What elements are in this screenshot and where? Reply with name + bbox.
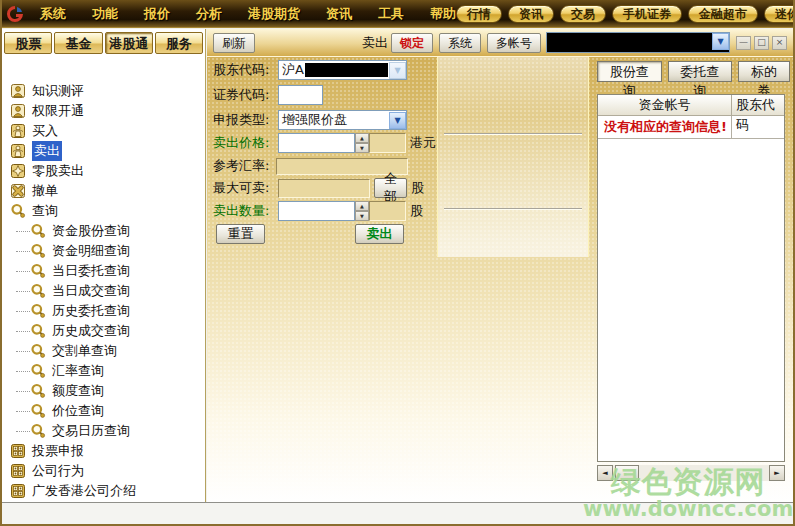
menu-item[interactable]: 功能 <box>92 5 118 23</box>
refresh-button[interactable]: 刷新 <box>213 33 255 53</box>
tree-item[interactable]: 历史委托查询 <box>2 301 204 321</box>
menu-item[interactable]: 报价 <box>144 5 170 23</box>
step-up-icon[interactable]: ▲ <box>355 133 369 143</box>
tree-item-label: 查询 <box>32 202 58 220</box>
menu-item[interactable]: 分析 <box>196 5 222 23</box>
step-down-icon[interactable]: ▼ <box>355 143 369 153</box>
tree-item-label: 资金明细查询 <box>52 242 130 260</box>
holder-code-row: 股东代码: 沪A ▼ <box>213 60 407 80</box>
quick-launch-button[interactable]: 交易 <box>560 5 606 23</box>
tree-connector <box>16 351 30 352</box>
quick-launch-button[interactable]: 行情 <box>456 5 502 23</box>
tree-item[interactable]: 额度查询 <box>2 381 204 401</box>
sell-qty-stepper[interactable]: ▲ ▼ <box>355 201 369 221</box>
holder-code-select[interactable]: 沪A ▼ <box>278 60 407 80</box>
child-minimize-button[interactable]: — <box>736 36 751 50</box>
sell-button[interactable]: 卖出 <box>355 224 404 244</box>
quick-launch-button[interactable]: 金融超市 <box>688 5 758 23</box>
query-tab-button[interactable]: 委托查询 <box>668 61 733 82</box>
shares-unit-label: 股 <box>411 179 424 197</box>
tree-item[interactable]: 零股卖出 <box>2 161 204 181</box>
tree-item[interactable]: 价位查询 <box>2 401 204 421</box>
menu-item[interactable]: 工具 <box>378 5 404 23</box>
scrollbar-track[interactable] <box>639 465 769 481</box>
sell-price-stepper[interactable]: ▲ ▼ <box>355 133 369 153</box>
sidebar-tab[interactable]: 港股通 <box>105 32 153 54</box>
sidebar-tab[interactable]: 基金 <box>54 32 102 54</box>
divider <box>444 208 582 210</box>
tree-item[interactable]: 撤单 <box>2 181 204 201</box>
tree-item[interactable]: 当日成交查询 <box>2 281 204 301</box>
query-tab-button[interactable]: 股份查询 <box>597 61 662 82</box>
order-type-label: 申报类型: <box>213 111 275 129</box>
tree-connector <box>16 311 30 312</box>
column-header-holder-code[interactable]: 股东代码 <box>732 95 784 115</box>
account-select[interactable]: ▼ <box>546 32 730 53</box>
step-down-icon[interactable]: ▼ <box>355 211 369 221</box>
tree-item[interactable]: 汇率查询 <box>2 361 204 381</box>
scroll-left-icon[interactable]: ◄ <box>597 465 613 481</box>
tree-item[interactable]: 交割单查询 <box>2 341 204 361</box>
tree-item[interactable]: 权限开通 <box>2 101 204 121</box>
chevron-down-icon[interactable]: ▼ <box>389 112 406 129</box>
tree-item-label: 历史成交查询 <box>52 322 130 340</box>
order-type-select[interactable]: 增强限价盘 ▼ <box>278 110 407 130</box>
tree-item[interactable]: 知识测评 <box>2 81 204 101</box>
magnifier-icon <box>30 363 46 379</box>
sell-submit-row: 卖出 <box>355 224 404 244</box>
menu-item[interactable]: 帮助 <box>430 5 456 23</box>
security-code-input[interactable] <box>278 85 323 105</box>
shares-unit-label: 股 <box>410 202 423 220</box>
system-button[interactable]: 系统 <box>439 33 481 53</box>
gf-securities-logo-icon <box>4 5 26 23</box>
quick-launch-button[interactable]: 资讯 <box>508 5 554 23</box>
column-header-fund-account[interactable]: 资金帐号 <box>598 95 732 115</box>
person-icon <box>10 83 26 99</box>
reset-button[interactable]: 重置 <box>216 224 265 244</box>
table-cell <box>732 116 784 138</box>
child-restore-button[interactable]: □ <box>754 36 769 50</box>
chevron-down-icon[interactable]: ▼ <box>389 62 406 79</box>
tree-item[interactable]: 查询 <box>2 201 204 221</box>
tree-item[interactable]: 交易日历查询 <box>2 421 204 441</box>
tree-item[interactable]: 投票申报 <box>2 441 204 461</box>
tree-connector <box>16 391 30 392</box>
all-button[interactable]: 全部 <box>374 178 407 198</box>
magnifier-icon <box>30 343 46 359</box>
child-window-controls: — □ × <box>736 36 787 50</box>
tree-item[interactable]: 卖出 <box>2 141 204 161</box>
tree-item[interactable]: 公司行为 <box>2 461 204 481</box>
scroll-right-icon[interactable]: ► <box>769 465 785 481</box>
query-tab-button[interactable]: 标的券 <box>738 61 790 82</box>
horizontal-scrollbar[interactable]: ◄ ► <box>597 465 785 481</box>
cancel-x-icon <box>10 183 26 199</box>
step-up-icon[interactable]: ▲ <box>355 201 369 211</box>
ref-rate-label: 参考汇率: <box>213 157 275 175</box>
quick-launch-button[interactable]: 手机证券 <box>612 5 682 23</box>
menu-item[interactable]: 资讯 <box>326 5 352 23</box>
tree-item[interactable]: 资金明细查询 <box>2 241 204 261</box>
menu-item[interactable]: 港股期货 <box>248 5 300 23</box>
tree-item[interactable]: 资金股份查询 <box>2 221 204 241</box>
tree-item[interactable]: 买入 <box>2 121 204 141</box>
child-close-button[interactable]: × <box>772 36 787 50</box>
security-code-label: 证券代码: <box>213 86 275 104</box>
menu-item[interactable]: 系统 <box>40 5 66 23</box>
tree-item[interactable]: 当日委托查询 <box>2 261 204 281</box>
chevron-down-icon[interactable]: ▼ <box>712 33 729 50</box>
quick-launch-button[interactable]: 迷你首页 <box>764 5 795 23</box>
order-type-value: 增强限价盘 <box>279 111 347 129</box>
security-code-row: 证券代码: <box>213 85 323 105</box>
scrollbar-thumb[interactable] <box>615 465 639 481</box>
tree-item-label: 交易日历查询 <box>52 422 130 440</box>
sell-qty-input[interactable] <box>278 201 355 221</box>
sidebar-tab[interactable]: 服务 <box>155 32 203 54</box>
tree-item-label: 交割单查询 <box>52 342 117 360</box>
multi-account-button[interactable]: 多帐号 <box>487 33 541 53</box>
tree-connector <box>16 371 30 372</box>
tree-item[interactable]: 历史成交查询 <box>2 321 204 341</box>
sidebar-tab[interactable]: 股票 <box>4 32 52 54</box>
sell-price-input[interactable] <box>278 133 355 153</box>
star-person-icon <box>10 163 26 179</box>
tree-item[interactable]: 广发香港公司介绍 <box>2 481 204 501</box>
